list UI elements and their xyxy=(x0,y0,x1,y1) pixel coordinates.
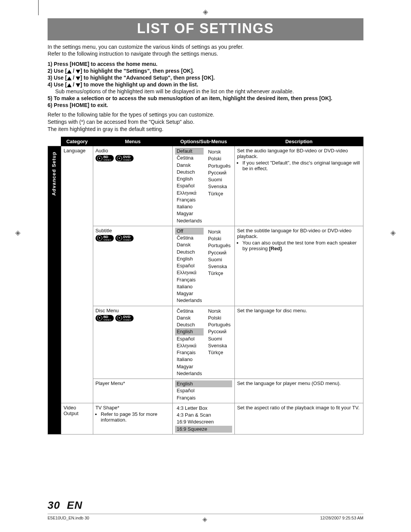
option-item: Français xyxy=(175,197,204,203)
after-line: Refer to the following table for the typ… xyxy=(48,111,363,118)
cell-options: DefaultČeštinaDanskDeutschEnglishEspañol… xyxy=(173,146,235,226)
option-item: Deutsch xyxy=(175,321,204,328)
step-3: 3) Use [ / ] to highlight the "Advanced … xyxy=(48,75,363,81)
option-item: English xyxy=(175,380,232,387)
option-item: Português xyxy=(207,163,232,169)
col-description: Description xyxy=(234,137,363,146)
footer-file: E5E10UD_EN.indb 30 xyxy=(48,516,89,523)
option-item: Magyar xyxy=(175,363,204,370)
option-item: Magyar xyxy=(175,210,204,217)
option-item: Dansk xyxy=(175,315,204,321)
intro-line: In the settings menu, you can customize … xyxy=(48,43,363,50)
option-item: 16:9 Squeeze xyxy=(175,426,232,433)
option-item: Norsk xyxy=(207,149,232,155)
page-number: 30 EN xyxy=(48,499,363,511)
dvd-video-badge: DVDVIDEO xyxy=(115,155,134,161)
option-item: Suomi xyxy=(207,335,232,342)
cell-menu: TV Shape* Refer to page 35 for more info… xyxy=(93,403,173,434)
cell-options: EnglishEspañolFrançais xyxy=(173,379,235,403)
registration-mark-top: ◈ xyxy=(0,8,411,16)
option-item: Deutsch xyxy=(175,249,204,256)
option-item: Русский xyxy=(207,169,232,176)
option-item: Čeština xyxy=(175,155,204,161)
bd-video-badge: BDVIDEO xyxy=(96,235,114,241)
option-item: Italiano xyxy=(175,356,204,363)
cell-menu: Subtitle BDVIDEO DVDVIDEO xyxy=(93,226,173,306)
settings-table: Category Menus Options/Sub-Menus Descrip… xyxy=(48,137,363,435)
option-item: English xyxy=(175,328,204,335)
option-item: Magyar xyxy=(175,290,204,297)
bd-video-badge: BDVIDEO xyxy=(96,155,114,161)
intro-text: In the settings menu, you can customize … xyxy=(48,43,363,57)
step-4-sub: Sub menus/options of the highlighted ite… xyxy=(55,88,363,94)
option-item: English xyxy=(175,176,204,182)
option-item: Suomi xyxy=(207,176,232,183)
instruction-steps: 1) Press [HOME] to access the home menu.… xyxy=(48,61,363,108)
arrow-down-icon xyxy=(76,70,80,73)
side-label: Advanced Setup xyxy=(48,146,61,435)
cell-description: Set the language for player menu (OSD me… xyxy=(234,379,363,403)
arrow-down-icon xyxy=(76,77,80,80)
option-item: Nederlands xyxy=(175,217,204,224)
option-item: Čeština xyxy=(175,235,204,241)
option-item: Ελληνικά xyxy=(175,269,204,276)
option-item: Español xyxy=(175,335,204,342)
option-item: Ελληνικά xyxy=(175,190,204,197)
option-item: Off xyxy=(175,228,204,235)
option-item: Ελληνικά xyxy=(175,342,204,349)
arrow-up-icon xyxy=(67,83,72,87)
page-title: LIST OF SETTINGS xyxy=(48,18,363,40)
step-5: 5) To make a selection or to access the … xyxy=(48,95,363,101)
arrow-up-icon xyxy=(67,70,72,73)
option-item: Français xyxy=(175,349,204,356)
cell-options: ČeštinaDanskDeutschEnglishEspañolΕλληνικ… xyxy=(173,306,235,379)
option-item: Deutsch xyxy=(175,169,204,176)
table-row: Player Menu* EnglishEspañolFrançais Set … xyxy=(48,379,363,403)
arrow-up-icon xyxy=(67,77,72,80)
disc-badges: BDVIDEO DVDVIDEO xyxy=(96,315,170,321)
cell-category: Video Output xyxy=(61,403,93,434)
cell-options: 4:3 Letter Box4:3 Pan & Scan16:9 Widescr… xyxy=(173,403,235,434)
disc-badges: BDVIDEO DVDVIDEO xyxy=(96,235,170,241)
cell-description: Set the aspect ratio of the playback ima… xyxy=(234,403,363,434)
option-item: Türkçe xyxy=(207,190,232,197)
arrow-down-icon xyxy=(76,83,80,87)
option-item: Svenska xyxy=(207,183,232,190)
col-options: Options/Sub-Menus xyxy=(173,137,235,146)
option-item: Español xyxy=(175,182,204,189)
option-item: Norsk xyxy=(207,308,232,315)
option-item: 16:9 Widescreen xyxy=(175,419,232,425)
bd-video-badge: BDVIDEO xyxy=(96,315,114,321)
option-item: Suomi xyxy=(207,256,232,263)
cell-description: Set the subtitle language for BD-video o… xyxy=(234,226,363,306)
step-2: 2) Use [ / ] to highlight the "Settings"… xyxy=(48,68,363,74)
table-row: Disc Menu BDVIDEO DVDVIDEO ČeštinaDanskD… xyxy=(48,306,363,379)
option-item: Polski xyxy=(207,315,232,321)
option-item: Polski xyxy=(207,235,232,242)
option-item: Español xyxy=(175,262,204,269)
option-item: Svenska xyxy=(207,342,232,349)
page-footer: 30 EN E5E10UD_EN.indb 30 ◈ 12/28/2007 9:… xyxy=(48,499,363,523)
option-item: Türkçe xyxy=(207,349,232,356)
option-item: Español xyxy=(175,387,232,394)
option-item: Norsk xyxy=(207,228,232,235)
disc-badges: BDVIDEO DVDVIDEO xyxy=(96,155,170,161)
option-item: Dansk xyxy=(175,162,204,169)
option-item: Português xyxy=(207,242,232,249)
step-6: 6) Press [HOME] to exit. xyxy=(48,102,363,108)
option-item: 4:3 Letter Box xyxy=(175,405,232,412)
after-line: Settings with (*) can be accessed from t… xyxy=(48,118,363,126)
option-item: Čeština xyxy=(175,308,204,315)
option-item: Português xyxy=(207,321,232,328)
after-steps: Refer to the following table for the typ… xyxy=(48,111,363,133)
footer-timestamp: 12/28/2007 9:25:53 AM xyxy=(320,516,363,523)
step-4: 4) Use [ / ] to move the highlight up an… xyxy=(48,81,363,88)
step-1: 1) Press [HOME] to access the home menu. xyxy=(48,61,363,67)
option-item: Default xyxy=(175,148,204,155)
option-item: Türkçe xyxy=(207,270,232,277)
option-item: 4:3 Pan & Scan xyxy=(175,412,232,419)
option-item: English xyxy=(175,256,204,262)
option-item: Dansk xyxy=(175,241,204,248)
cell-description: Set the audio language for BD-video or D… xyxy=(234,146,363,226)
cell-category: Language xyxy=(61,146,93,403)
